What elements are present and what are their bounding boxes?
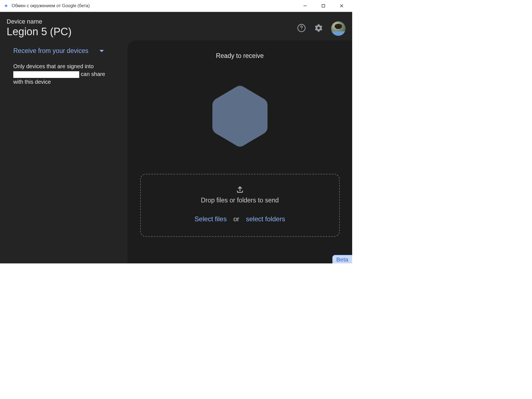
device-name-value: Legion 5 (PC) [7, 26, 297, 38]
settings-button[interactable] [314, 24, 323, 33]
device-name-label: Device name [7, 18, 297, 25]
device-graphic [211, 85, 269, 149]
device-info: Device name Legion 5 (PC) [7, 18, 297, 38]
help-icon [297, 24, 306, 34]
svg-point-5 [301, 30, 302, 30]
gear-icon [314, 24, 323, 34]
close-button[interactable] [337, 1, 347, 11]
window-titlebar: Обмен с окружением от Google (бета) [0, 0, 352, 12]
beta-badge: Beta [332, 255, 352, 263]
window-title: Обмен с окружением от Google (бета) [12, 3, 300, 8]
select-row: Select files or select folders [195, 215, 285, 223]
sidebar: Receive from your devices Only devices t… [0, 40, 127, 263]
upload-icon [236, 185, 244, 194]
app-body: Device name Legion 5 (PC) [0, 12, 352, 263]
select-files-link[interactable]: Select files [195, 215, 227, 223]
select-folders-link[interactable]: select folders [246, 215, 285, 223]
maximize-button[interactable] [318, 1, 328, 11]
app-window: Обмен с окружением от Google (бета) Devi… [0, 0, 352, 263]
ready-status: Ready to receive [216, 52, 264, 60]
redacted-email [13, 71, 79, 78]
receive-mode-label: Receive from your devices [13, 47, 88, 55]
receive-mode-description: Only devices that are signed into can sh… [13, 62, 114, 86]
main-panel: Ready to receive Drop files or folders t… [127, 40, 352, 263]
minimize-button[interactable] [300, 1, 310, 11]
app-icon [3, 3, 9, 9]
svg-rect-1 [322, 4, 325, 7]
drop-instructions: Drop files or folders to send [201, 197, 279, 204]
header-actions [297, 21, 346, 36]
blank-bottom [0, 263, 532, 399]
or-separator: or [233, 215, 239, 223]
receive-mode-dropdown[interactable]: Receive from your devices [13, 47, 114, 55]
receive-desc-part1: Only devices that are signed into [13, 63, 94, 69]
dropzone[interactable]: Drop files or folders to send Select fil… [140, 174, 340, 237]
chevron-down-icon [99, 50, 104, 52]
content-row: Receive from your devices Only devices t… [0, 40, 352, 263]
help-button[interactable] [297, 24, 306, 33]
window-controls [300, 1, 347, 11]
account-avatar[interactable] [331, 21, 346, 36]
app-header: Device name Legion 5 (PC) [0, 12, 352, 40]
hexagon-icon [211, 85, 269, 148]
